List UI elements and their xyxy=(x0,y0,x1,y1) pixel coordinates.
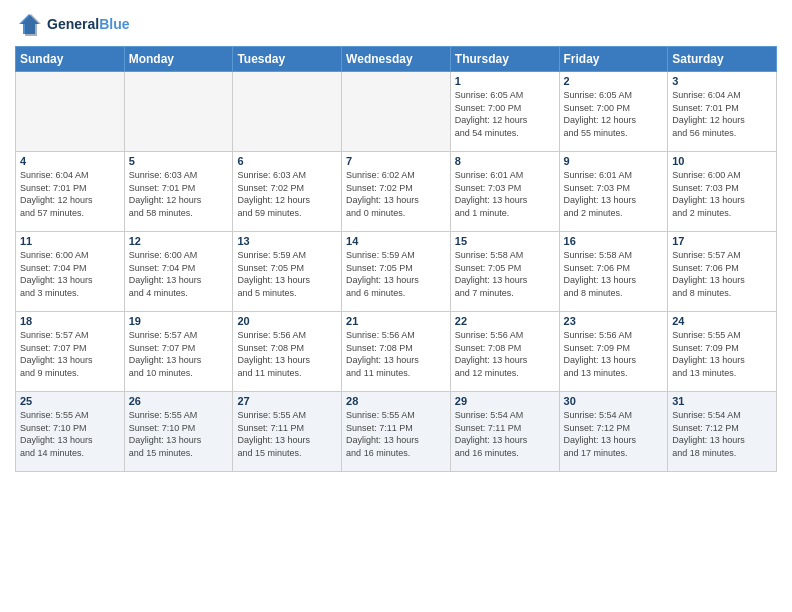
calendar-week-5: 25Sunrise: 5:55 AM Sunset: 7:10 PM Dayli… xyxy=(16,392,777,472)
calendar-cell: 27Sunrise: 5:55 AM Sunset: 7:11 PM Dayli… xyxy=(233,392,342,472)
calendar-cell: 24Sunrise: 5:55 AM Sunset: 7:09 PM Dayli… xyxy=(668,312,777,392)
day-info: Sunrise: 5:58 AM Sunset: 7:05 PM Dayligh… xyxy=(455,249,555,299)
calendar-cell: 8Sunrise: 6:01 AM Sunset: 7:03 PM Daylig… xyxy=(450,152,559,232)
day-number: 16 xyxy=(564,235,664,247)
day-info: Sunrise: 5:54 AM Sunset: 7:12 PM Dayligh… xyxy=(564,409,664,459)
calendar-cell xyxy=(342,72,451,152)
day-info: Sunrise: 5:59 AM Sunset: 7:05 PM Dayligh… xyxy=(346,249,446,299)
day-info: Sunrise: 5:55 AM Sunset: 7:10 PM Dayligh… xyxy=(20,409,120,459)
day-number: 28 xyxy=(346,395,446,407)
day-info: Sunrise: 6:01 AM Sunset: 7:03 PM Dayligh… xyxy=(455,169,555,219)
calendar-weekday-tuesday: Tuesday xyxy=(233,47,342,72)
day-number: 23 xyxy=(564,315,664,327)
day-number: 22 xyxy=(455,315,555,327)
calendar-cell: 11Sunrise: 6:00 AM Sunset: 7:04 PM Dayli… xyxy=(16,232,125,312)
day-info: Sunrise: 6:04 AM Sunset: 7:01 PM Dayligh… xyxy=(672,89,772,139)
day-info: Sunrise: 5:54 AM Sunset: 7:11 PM Dayligh… xyxy=(455,409,555,459)
day-number: 1 xyxy=(455,75,555,87)
calendar-cell: 13Sunrise: 5:59 AM Sunset: 7:05 PM Dayli… xyxy=(233,232,342,312)
day-info: Sunrise: 6:01 AM Sunset: 7:03 PM Dayligh… xyxy=(564,169,664,219)
calendar-cell: 21Sunrise: 5:56 AM Sunset: 7:08 PM Dayli… xyxy=(342,312,451,392)
day-number: 25 xyxy=(20,395,120,407)
day-number: 8 xyxy=(455,155,555,167)
day-info: Sunrise: 6:05 AM Sunset: 7:00 PM Dayligh… xyxy=(455,89,555,139)
day-number: 14 xyxy=(346,235,446,247)
day-number: 17 xyxy=(672,235,772,247)
day-number: 20 xyxy=(237,315,337,327)
calendar-cell: 16Sunrise: 5:58 AM Sunset: 7:06 PM Dayli… xyxy=(559,232,668,312)
day-info: Sunrise: 5:57 AM Sunset: 7:06 PM Dayligh… xyxy=(672,249,772,299)
day-info: Sunrise: 5:56 AM Sunset: 7:08 PM Dayligh… xyxy=(346,329,446,379)
day-info: Sunrise: 5:55 AM Sunset: 7:09 PM Dayligh… xyxy=(672,329,772,379)
calendar-cell: 4Sunrise: 6:04 AM Sunset: 7:01 PM Daylig… xyxy=(16,152,125,232)
calendar-weekday-friday: Friday xyxy=(559,47,668,72)
calendar-cell: 7Sunrise: 6:02 AM Sunset: 7:02 PM Daylig… xyxy=(342,152,451,232)
day-number: 9 xyxy=(564,155,664,167)
day-number: 2 xyxy=(564,75,664,87)
calendar-week-2: 4Sunrise: 6:04 AM Sunset: 7:01 PM Daylig… xyxy=(16,152,777,232)
logo-line1: GeneralBlue xyxy=(47,16,129,33)
day-info: Sunrise: 5:59 AM Sunset: 7:05 PM Dayligh… xyxy=(237,249,337,299)
day-info: Sunrise: 6:04 AM Sunset: 7:01 PM Dayligh… xyxy=(20,169,120,219)
day-number: 4 xyxy=(20,155,120,167)
day-info: Sunrise: 5:55 AM Sunset: 7:11 PM Dayligh… xyxy=(237,409,337,459)
day-number: 29 xyxy=(455,395,555,407)
day-number: 3 xyxy=(672,75,772,87)
day-info: Sunrise: 5:55 AM Sunset: 7:11 PM Dayligh… xyxy=(346,409,446,459)
calendar-cell: 18Sunrise: 5:57 AM Sunset: 7:07 PM Dayli… xyxy=(16,312,125,392)
calendar-cell: 25Sunrise: 5:55 AM Sunset: 7:10 PM Dayli… xyxy=(16,392,125,472)
day-number: 30 xyxy=(564,395,664,407)
day-number: 31 xyxy=(672,395,772,407)
day-info: Sunrise: 6:03 AM Sunset: 7:02 PM Dayligh… xyxy=(237,169,337,219)
day-info: Sunrise: 5:56 AM Sunset: 7:08 PM Dayligh… xyxy=(237,329,337,379)
calendar-weekday-wednesday: Wednesday xyxy=(342,47,451,72)
day-number: 24 xyxy=(672,315,772,327)
calendar-cell: 20Sunrise: 5:56 AM Sunset: 7:08 PM Dayli… xyxy=(233,312,342,392)
calendar-cell: 5Sunrise: 6:03 AM Sunset: 7:01 PM Daylig… xyxy=(124,152,233,232)
day-info: Sunrise: 6:00 AM Sunset: 7:03 PM Dayligh… xyxy=(672,169,772,219)
day-number: 26 xyxy=(129,395,229,407)
calendar-week-1: 1Sunrise: 6:05 AM Sunset: 7:00 PM Daylig… xyxy=(16,72,777,152)
day-info: Sunrise: 5:56 AM Sunset: 7:09 PM Dayligh… xyxy=(564,329,664,379)
day-number: 21 xyxy=(346,315,446,327)
day-number: 12 xyxy=(129,235,229,247)
calendar-cell: 26Sunrise: 5:55 AM Sunset: 7:10 PM Dayli… xyxy=(124,392,233,472)
day-number: 5 xyxy=(129,155,229,167)
day-number: 18 xyxy=(20,315,120,327)
day-info: Sunrise: 6:00 AM Sunset: 7:04 PM Dayligh… xyxy=(129,249,229,299)
calendar-cell: 1Sunrise: 6:05 AM Sunset: 7:00 PM Daylig… xyxy=(450,72,559,152)
day-info: Sunrise: 5:54 AM Sunset: 7:12 PM Dayligh… xyxy=(672,409,772,459)
calendar-cell: 10Sunrise: 6:00 AM Sunset: 7:03 PM Dayli… xyxy=(668,152,777,232)
day-number: 19 xyxy=(129,315,229,327)
day-number: 15 xyxy=(455,235,555,247)
day-info: Sunrise: 5:57 AM Sunset: 7:07 PM Dayligh… xyxy=(129,329,229,379)
calendar-cell: 6Sunrise: 6:03 AM Sunset: 7:02 PM Daylig… xyxy=(233,152,342,232)
day-info: Sunrise: 6:03 AM Sunset: 7:01 PM Dayligh… xyxy=(129,169,229,219)
calendar-cell: 30Sunrise: 5:54 AM Sunset: 7:12 PM Dayli… xyxy=(559,392,668,472)
day-info: Sunrise: 6:02 AM Sunset: 7:02 PM Dayligh… xyxy=(346,169,446,219)
calendar-cell: 12Sunrise: 6:00 AM Sunset: 7:04 PM Dayli… xyxy=(124,232,233,312)
calendar-cell: 2Sunrise: 6:05 AM Sunset: 7:00 PM Daylig… xyxy=(559,72,668,152)
calendar-cell: 15Sunrise: 5:58 AM Sunset: 7:05 PM Dayli… xyxy=(450,232,559,312)
calendar-cell xyxy=(16,72,125,152)
day-number: 11 xyxy=(20,235,120,247)
calendar-weekday-sunday: Sunday xyxy=(16,47,125,72)
calendar-cell xyxy=(124,72,233,152)
calendar-cell: 22Sunrise: 5:56 AM Sunset: 7:08 PM Dayli… xyxy=(450,312,559,392)
calendar-cell: 3Sunrise: 6:04 AM Sunset: 7:01 PM Daylig… xyxy=(668,72,777,152)
day-number: 6 xyxy=(237,155,337,167)
day-number: 10 xyxy=(672,155,772,167)
page: GeneralBlue SundayMondayTuesdayWednesday… xyxy=(0,0,792,612)
day-info: Sunrise: 5:57 AM Sunset: 7:07 PM Dayligh… xyxy=(20,329,120,379)
day-info: Sunrise: 5:58 AM Sunset: 7:06 PM Dayligh… xyxy=(564,249,664,299)
calendar-cell: 28Sunrise: 5:55 AM Sunset: 7:11 PM Dayli… xyxy=(342,392,451,472)
calendar-weekday-monday: Monday xyxy=(124,47,233,72)
calendar-cell: 31Sunrise: 5:54 AM Sunset: 7:12 PM Dayli… xyxy=(668,392,777,472)
header: GeneralBlue xyxy=(15,10,777,38)
logo-text: GeneralBlue xyxy=(47,16,129,33)
calendar-weekday-thursday: Thursday xyxy=(450,47,559,72)
day-info: Sunrise: 6:00 AM Sunset: 7:04 PM Dayligh… xyxy=(20,249,120,299)
calendar-weekday-saturday: Saturday xyxy=(668,47,777,72)
calendar-header-row: SundayMondayTuesdayWednesdayThursdayFrid… xyxy=(16,47,777,72)
logo: GeneralBlue xyxy=(15,10,129,38)
